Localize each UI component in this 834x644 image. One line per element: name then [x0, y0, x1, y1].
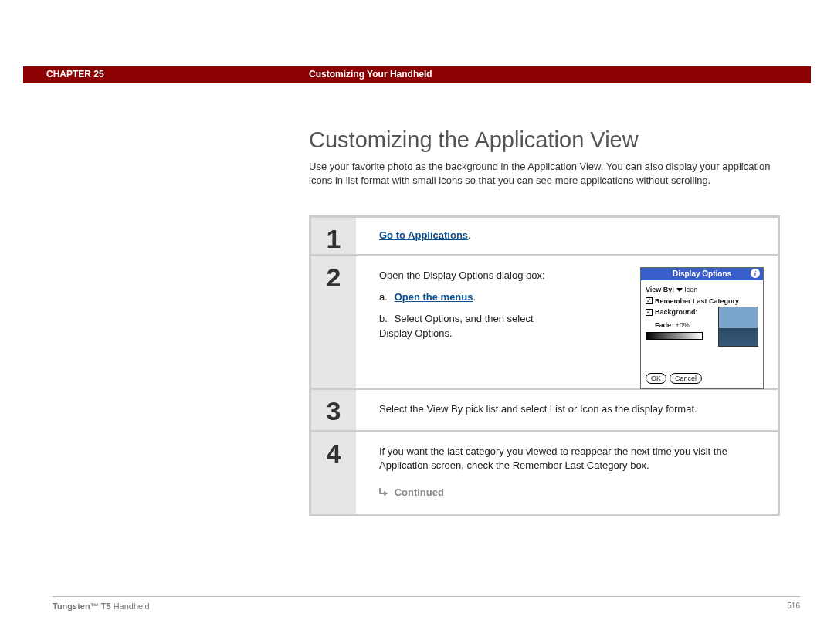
chapter-label: CHAPTER 25 — [46, 69, 104, 80]
step-number: 1 — [327, 224, 341, 254]
continued-arrow-icon — [379, 487, 388, 497]
step-3: 3 Select the View By pick list and selec… — [311, 388, 778, 430]
cancel-button: Cancel — [670, 373, 702, 384]
remember-label: Remember Last Category — [655, 297, 739, 307]
viewby-value: Icon — [684, 285, 697, 295]
step-number-cell: 2 — [311, 256, 356, 388]
ok-button: OK — [646, 373, 666, 384]
sub-label-b: b. — [379, 312, 392, 326]
display-options-dialog-screenshot: Display Options i View By: Icon ✓ — [640, 267, 764, 389]
step-number: 2 — [327, 263, 341, 293]
step-3-text: Select the View By pick list and select … — [379, 402, 764, 416]
dialog-title: Display Options — [673, 269, 731, 280]
steps-table: 1 Go to Applications. 2 Open the Display… — [309, 215, 780, 516]
fade-value: +0% — [676, 321, 690, 329]
step-2: 2 Open the Display Options dialog box: a… — [311, 254, 778, 388]
viewby-row: View By: Icon — [646, 285, 758, 295]
step-number: 4 — [327, 439, 341, 469]
step-body: Go to Applications. — [356, 218, 778, 254]
remember-row: ✓ Remember Last Category — [646, 297, 758, 307]
chapter-header-bar: CHAPTER 25 Customizing Your Handheld — [23, 66, 811, 83]
dropdown-triangle-icon — [676, 288, 683, 292]
page: CHAPTER 25 Customizing Your Handheld Cus… — [0, 0, 834, 644]
step-body: If you want the last category you viewed… — [356, 432, 778, 514]
dialog-title-bar: Display Options i — [641, 268, 763, 280]
remember-checkbox: ✓ — [646, 297, 653, 304]
intro-paragraph: Use your favorite photo as the backgroun… — [309, 160, 780, 187]
step-number: 3 — [327, 396, 341, 426]
footer-product-bold: Tungsten™ T5 — [53, 602, 111, 611]
go-to-applications-link[interactable]: Go to Applications — [379, 229, 468, 241]
open-the-menus-link[interactable]: Open the menus — [395, 291, 473, 303]
step-4-text: If you want the last category you viewed… — [379, 445, 764, 473]
viewby-label: View By: — [646, 285, 674, 295]
step-body: Open the Display Options dialog box: a. … — [356, 256, 778, 388]
continued-label: Continued — [395, 486, 444, 498]
period: . — [473, 291, 476, 303]
fade-label: Fade: — [655, 321, 673, 329]
background-checkbox: ✓ — [646, 309, 653, 316]
viewby-picklist: Icon — [676, 285, 697, 295]
page-title: Customizing the Application View — [309, 127, 639, 153]
step-4: 4 If you want the last category you view… — [311, 430, 778, 514]
step-body: Select the View By pick list and select … — [356, 390, 778, 430]
footer-page-number: 516 — [787, 602, 800, 611]
info-icon: i — [751, 269, 760, 278]
page-footer: Tungsten™ T5 Handheld 516 — [53, 596, 800, 611]
footer-product: Tungsten™ T5 Handheld — [53, 602, 150, 611]
sub-label-a: a. — [379, 290, 392, 304]
step-2b: b. Select Options, and then select Displ… — [379, 312, 557, 340]
step-number-cell: 4 — [311, 432, 356, 514]
footer-product-rest: Handheld — [111, 602, 150, 611]
step-2-text: Open the Display Options dialog box: a. … — [379, 269, 557, 341]
sub-text-b: Select Options, and then select Display … — [379, 313, 534, 338]
dialog-body: View By: Icon ✓ Remember Last Category ✓ — [641, 280, 763, 344]
background-thumbnail — [718, 307, 758, 347]
step-2a: a. Open the menus. — [379, 290, 557, 304]
chapter-section-title: Customizing Your Handheld — [309, 69, 432, 80]
step-1: 1 Go to Applications. — [311, 218, 778, 254]
continued-indicator: Continued — [379, 486, 764, 500]
period: . — [468, 229, 471, 241]
dialog-buttons: OK Cancel — [646, 373, 702, 384]
step-number-cell: 3 — [311, 390, 356, 430]
background-label: Background: — [655, 307, 698, 317]
step-2-lead: Open the Display Options dialog box: — [379, 269, 557, 283]
step-number-cell: 1 — [311, 218, 356, 254]
fade-gradient-bar — [646, 332, 703, 340]
